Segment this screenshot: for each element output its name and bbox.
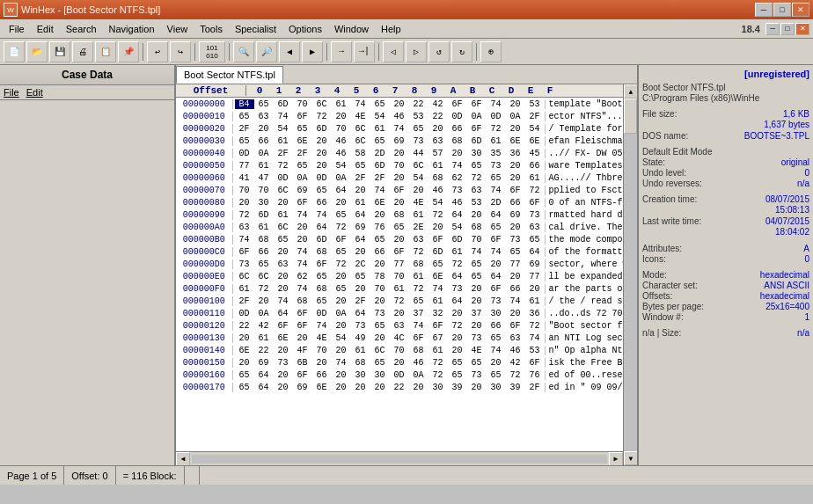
hex-byte[interactable]: 72	[428, 370, 448, 380]
hex-byte[interactable]: 70	[370, 284, 390, 294]
hex-byte[interactable]: 61	[370, 124, 390, 134]
hex-byte[interactable]: 61	[254, 161, 274, 171]
hex-byte[interactable]: 72	[312, 112, 332, 121]
hex-byte[interactable]: 74	[312, 321, 332, 331]
print-btn[interactable]: 🖨	[72, 41, 93, 62]
hex-byte[interactable]: 20	[274, 370, 293, 380]
hex-byte[interactable]: 72	[409, 284, 428, 294]
hex-byte[interactable]: 74	[370, 186, 390, 195]
hex-byte[interactable]: 39	[448, 383, 467, 392]
hex-byte[interactable]: 6E	[274, 333, 293, 343]
hex-byte[interactable]: 74	[428, 284, 448, 294]
hex-byte[interactable]: 69	[293, 383, 312, 392]
hex-byte[interactable]: 68	[428, 173, 448, 183]
hex-byte[interactable]: 69	[293, 186, 312, 195]
hex-byte[interactable]: 61	[235, 284, 254, 294]
hex-byte[interactable]: 72	[254, 284, 274, 294]
hex-byte[interactable]: 72	[525, 186, 545, 195]
hex-byte[interactable]: 20	[525, 284, 545, 294]
hex-byte[interactable]: 20	[506, 161, 525, 171]
hex-byte[interactable]: 0A	[506, 112, 525, 121]
hex-byte[interactable]: 20	[254, 296, 274, 306]
hex-byte[interactable]: 20	[370, 259, 390, 269]
table-row[interactable]: 000000400D0A2F2F2046582D2044572030353645…	[176, 147, 623, 159]
hex-byte[interactable]: 2F	[235, 124, 254, 134]
hex-byte[interactable]: 64	[351, 235, 370, 245]
hex-byte[interactable]: 61	[332, 99, 351, 109]
hex-byte[interactable]: 6D	[448, 235, 467, 245]
hex-byte[interactable]: 68	[351, 358, 370, 368]
hex-byte[interactable]: 2F	[351, 296, 370, 306]
hex-byte[interactable]: 2F	[274, 149, 293, 158]
hex-byte[interactable]: 65	[332, 284, 351, 294]
hex-byte[interactable]: 6D	[428, 247, 448, 257]
hex-byte[interactable]: 20	[351, 383, 370, 392]
hex-byte[interactable]: 64	[351, 309, 370, 318]
refresh2-btn[interactable]: ↻	[451, 41, 472, 62]
hex-byte[interactable]: 74	[525, 333, 545, 343]
hex-byte[interactable]: 30	[254, 198, 274, 208]
hex-byte[interactable]: 61	[428, 161, 448, 171]
hex-byte[interactable]: 68	[312, 247, 332, 257]
hex-byte[interactable]: 65	[332, 210, 351, 220]
hex-byte[interactable]: 2F	[293, 149, 312, 158]
hex-byte[interactable]: 65	[428, 259, 448, 269]
hex-byte[interactable]: 68	[409, 346, 428, 355]
hex-byte[interactable]: 74	[293, 259, 312, 269]
hex-byte[interactable]: 20	[332, 112, 351, 121]
hex-byte[interactable]: 6F	[390, 186, 409, 195]
next-btn[interactable]: ▶	[302, 41, 323, 62]
hex-byte[interactable]: 20	[235, 358, 254, 368]
left-menu-edit[interactable]: Edit	[26, 87, 43, 98]
hex-byte[interactable]: 72	[235, 210, 254, 220]
hex-byte[interactable]: 63	[428, 136, 448, 146]
hex-byte[interactable]: 73	[448, 284, 467, 294]
hex-byte[interactable]: 20	[487, 358, 506, 368]
table-row[interactable]: 000000802030206F6620616E204E5446532D666F…	[176, 196, 623, 208]
redo-btn[interactable]: ↪	[170, 41, 191, 62]
copy-btn[interactable]: 📋	[95, 41, 116, 62]
hex-byte[interactable]: 20	[390, 173, 409, 183]
hex-byte[interactable]: 72	[428, 210, 448, 220]
hex-byte[interactable]: 61	[274, 136, 293, 146]
hex-byte[interactable]: 0A	[254, 149, 274, 158]
hex-byte[interactable]: 2F	[370, 173, 390, 183]
hex-byte[interactable]: 54	[370, 112, 390, 121]
hex-byte[interactable]: 20	[370, 210, 390, 220]
hex-byte[interactable]: 68	[312, 284, 332, 294]
hex-byte[interactable]: 20	[448, 309, 467, 318]
hex-byte[interactable]: 22	[390, 383, 409, 392]
scroll-down-btn[interactable]: ▼	[624, 451, 637, 465]
hex-byte[interactable]: 35	[487, 149, 506, 158]
prev-btn[interactable]: ◀	[279, 41, 300, 62]
hex-byte[interactable]: 6F	[428, 321, 448, 331]
hex-byte[interactable]: 72	[332, 259, 351, 269]
hex-byte[interactable]: 6F	[487, 235, 506, 245]
hex-byte[interactable]: 20	[235, 198, 254, 208]
hex-byte[interactable]: 20	[370, 383, 390, 392]
hex-byte[interactable]: 70	[390, 161, 409, 171]
hex-byte[interactable]: 65	[390, 223, 409, 232]
hex-byte[interactable]: 49	[351, 333, 370, 343]
table-row[interactable]: 000001002F20746865202F207265616420737461…	[176, 295, 623, 307]
hex-byte[interactable]: 30	[370, 370, 390, 380]
hex-byte[interactable]: 77	[506, 259, 525, 269]
h-scrollbar[interactable]: ◀ ▶	[176, 451, 623, 465]
hex-byte[interactable]: 4E	[467, 346, 487, 355]
hex-byte[interactable]: 6F	[293, 198, 312, 208]
hex-byte[interactable]: 20	[390, 358, 409, 368]
hex-byte[interactable]: 6F	[293, 112, 312, 121]
hex-byte[interactable]: 6F	[312, 259, 332, 269]
hex-byte[interactable]: 22	[409, 99, 428, 109]
scroll-up-btn[interactable]: ▲	[624, 84, 637, 99]
window-max-btn[interactable]: □	[780, 23, 795, 35]
hex-byte[interactable]: 6F	[506, 186, 525, 195]
hex-byte[interactable]: 46	[428, 186, 448, 195]
hex-byte[interactable]: 70	[467, 235, 487, 245]
hex-byte[interactable]: 65	[467, 358, 487, 368]
hex-byte[interactable]: 20	[390, 235, 409, 245]
hex-byte[interactable]: 72	[448, 259, 467, 269]
hex-byte[interactable]: 20	[293, 223, 312, 232]
hex-byte[interactable]: 73	[351, 321, 370, 331]
hex-byte[interactable]: 68	[467, 223, 487, 232]
